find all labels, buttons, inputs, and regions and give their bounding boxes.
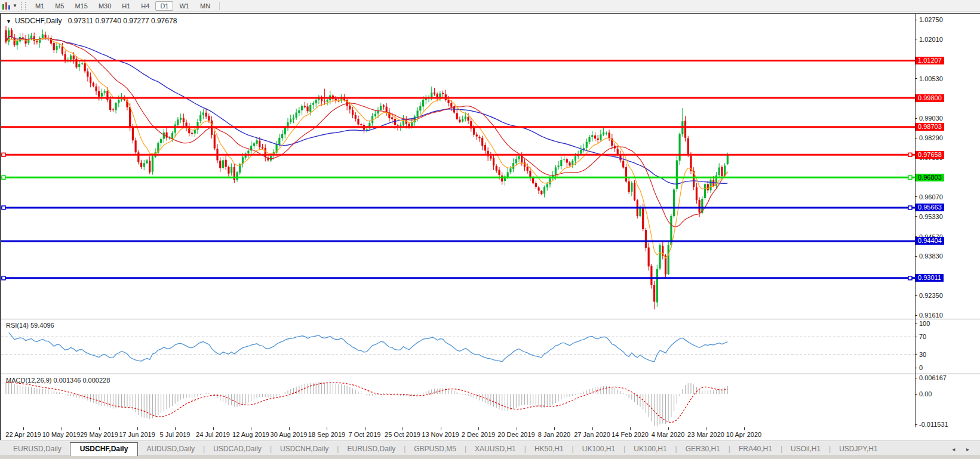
timeframe-button-m1[interactable]: M1 [30,1,49,11]
timeframe-button-m15[interactable]: M15 [70,1,92,11]
timeframe-button-w1[interactable]: W1 [174,1,194,11]
price-tick-label: 0.96070 [919,193,943,201]
indicator-chart-icon[interactable] [2,2,11,10]
candle-body [634,183,635,200]
candle-body [163,133,165,139]
candle-body [642,208,644,230]
line-price-label-1.01207: 1.01207 [916,57,944,64]
chart-tab-eurusd-daily[interactable]: EURUSD,Daily [5,443,70,455]
rsi-panel[interactable]: RSI(14) 59.4096 10070300 [1,320,980,374]
candle-body [721,167,723,176]
icon-bar [8,5,10,10]
chart-window: ▼USDCHF,Daily 0.97311 0.97740 0.97277 0.… [0,13,980,440]
timeframe-button-d1[interactable]: D1 [155,1,173,11]
macd-panel[interactable]: MACD(12,26,9) 0.001346 0.000228 0.006167… [1,375,980,427]
candle-body [160,139,162,143]
candle-body [496,166,497,171]
candlestick-chart[interactable] [1,14,915,319]
candle-body [507,172,509,177]
candle-body [90,77,91,84]
chart-tab-audusd-daily[interactable]: AUDUSD,Daily [138,443,203,455]
line-handle[interactable] [908,206,912,210]
macd-tick-label: 0.00 [919,390,932,398]
line-price-label-0.93011: 0.93011 [916,274,944,282]
timeframe-button-mn[interactable]: MN [195,1,215,11]
candle-body [442,93,444,94]
chevron-down-icon[interactable]: ▼ [13,3,17,8]
date-tick-mark [62,427,62,430]
line-handle[interactable] [2,206,5,210]
date-axis[interactable]: 22 Apr 201910 May 201929 May 201917 Jun … [1,427,980,441]
chart-tab-hk50-h1[interactable]: HK50,H1 [526,443,572,455]
date-tick-mark [706,427,706,430]
candle-body [639,208,641,216]
candle-body [617,149,619,155]
macd-plot[interactable] [1,375,915,427]
candle-body [456,113,458,119]
candle-body [306,107,308,112]
chart-tab-gbpusd-m5[interactable]: GBPUSD,M5 [405,443,465,455]
candle-body [357,119,359,125]
timeframe-button-h1[interactable]: H1 [117,1,135,11]
timeframe-button-m5[interactable]: M5 [50,1,69,11]
timeframe-button-h4[interactable]: H4 [136,1,154,11]
chart-tab-fra40-h1[interactable]: FRA40,H1 [730,443,781,455]
candle-body [183,118,185,122]
chart-tab-uk100-h1[interactable]: UK100,H1 [574,443,623,455]
candle-body [397,125,398,126]
line-handle[interactable] [2,175,5,179]
collapse-triangle-icon[interactable]: ▼ [6,19,11,24]
candle-body [22,38,24,38]
date-tick-mark [289,427,290,430]
date-tick-mark [327,427,327,430]
price-tick-label: 1.02010 [919,36,943,43]
candle-body [315,100,317,103]
chart-tab-eurusd-daily[interactable]: EURUSD,Daily [339,443,404,455]
candle-body [501,175,503,181]
chart-tab-xauusd-h1[interactable]: XAUUSD,H1 [466,443,524,455]
line-handle[interactable] [2,276,5,280]
candle-body [174,125,176,133]
candle-body [518,156,520,159]
candle-body [676,161,678,189]
candle-body [259,141,260,147]
chart-tab-usdcad-daily[interactable]: USDCAD,Daily [205,443,270,455]
date-label: 10 Apr 2020 [726,431,761,438]
date-label: 13 Nov 2019 [422,431,459,438]
price-tick-label: 0.93830 [919,252,943,260]
candle-body [293,118,294,120]
date-tick-mark [517,427,517,430]
chart-tab-usoil-h1[interactable]: USOil,H1 [782,443,829,455]
chart-tab-ger30-h1[interactable]: GER30,H1 [677,443,729,455]
line-handle[interactable] [2,153,5,156]
toolbar-grip-handle[interactable] [21,2,26,10]
candle-body [132,128,134,141]
timeframe-button-m30[interactable]: M30 [94,1,116,11]
tabs-container: EURUSD,DailyUSDCHF,DailyAUDUSD,Daily|USD… [5,442,886,455]
chart-tab-usdcnh-daily[interactable]: USDCNH,Daily [272,443,337,455]
date-label: 5 Jul 2019 [160,431,191,438]
ohlc-low: 0.97277 [123,17,149,25]
candle-body [622,161,624,167]
line-handle[interactable] [908,276,912,280]
candle-body [498,170,500,175]
price-tick-label: 1.02750 [919,16,943,23]
chart-tab-uk100-h1[interactable]: UK100,H1 [625,443,675,455]
line-handle[interactable] [908,175,912,179]
price-chart-panel[interactable]: ▼USDCHF,Daily 0.97311 0.97740 0.97277 0.… [1,14,980,319]
date-label: 4 Mar 2020 [652,431,685,438]
candle-body [222,161,224,168]
candle-body [11,30,13,37]
macd-tick-label: 0.006167 [919,374,947,381]
line-handle[interactable] [908,153,912,156]
icon-bar [2,4,4,10]
candle-body [648,248,650,267]
rsi-plot[interactable] [1,320,915,374]
candle-body [33,36,35,41]
chart-tab-usdjpy-h1[interactable]: USDJPY,H1 [831,443,886,455]
candle-body [699,200,701,212]
chart-tab-usdchf-daily[interactable]: USDCHF,Daily [70,442,139,456]
tab-scroll-arrows[interactable]: ◂ ▸ [952,446,974,455]
candle-body [555,167,557,175]
candle-body [149,161,150,172]
